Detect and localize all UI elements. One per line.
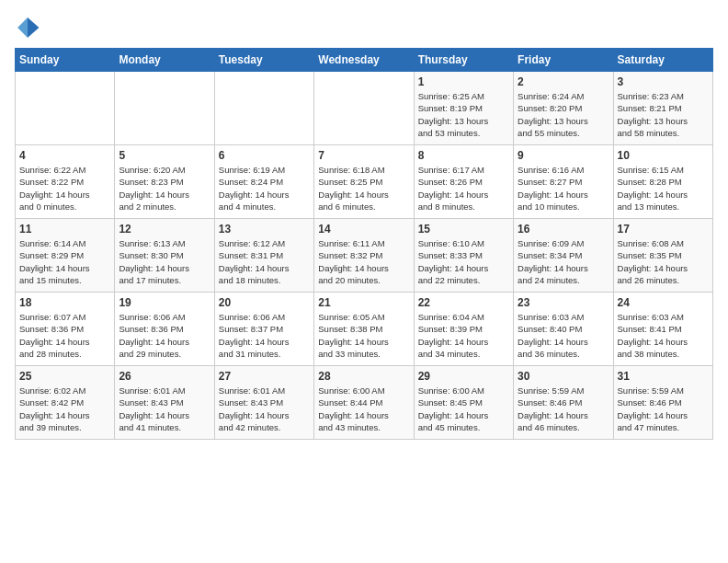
day-number: 6 bbox=[219, 149, 310, 162]
logo-icon bbox=[15, 15, 40, 40]
day-number: 26 bbox=[119, 370, 210, 383]
day-number: 13 bbox=[219, 223, 310, 236]
day-info: Sunrise: 6:12 AM Sunset: 8:31 PM Dayligh… bbox=[219, 237, 310, 286]
day-cell: 26Sunrise: 6:01 AM Sunset: 8:43 PM Dayli… bbox=[115, 366, 214, 440]
day-info: Sunrise: 6:09 AM Sunset: 8:34 PM Dayligh… bbox=[518, 237, 609, 286]
day-number: 29 bbox=[418, 370, 509, 383]
day-number: 9 bbox=[518, 149, 609, 162]
page-header bbox=[15, 15, 713, 40]
day-info: Sunrise: 6:23 AM Sunset: 8:21 PM Dayligh… bbox=[618, 90, 709, 139]
day-info: Sunrise: 5:59 AM Sunset: 8:46 PM Dayligh… bbox=[518, 385, 609, 433]
day-info: Sunrise: 6:06 AM Sunset: 8:36 PM Dayligh… bbox=[119, 311, 210, 360]
day-info: Sunrise: 6:13 AM Sunset: 8:30 PM Dayligh… bbox=[119, 237, 210, 286]
header-row: SundayMondayTuesdayWednesdayThursdayFrid… bbox=[16, 49, 713, 72]
day-cell: 21Sunrise: 6:05 AM Sunset: 8:38 PM Dayli… bbox=[314, 293, 414, 366]
col-header-tuesday: Tuesday bbox=[214, 49, 313, 72]
day-number: 11 bbox=[19, 223, 110, 236]
day-cell: 18Sunrise: 6:07 AM Sunset: 8:36 PM Dayli… bbox=[16, 293, 115, 366]
day-cell bbox=[115, 72, 214, 145]
day-info: Sunrise: 6:04 AM Sunset: 8:39 PM Dayligh… bbox=[418, 311, 509, 360]
day-cell: 7Sunrise: 6:18 AM Sunset: 8:25 PM Daylig… bbox=[314, 145, 414, 219]
day-cell: 12Sunrise: 6:13 AM Sunset: 8:30 PM Dayli… bbox=[115, 219, 214, 293]
day-cell: 19Sunrise: 6:06 AM Sunset: 8:36 PM Dayli… bbox=[115, 293, 214, 366]
day-info: Sunrise: 6:19 AM Sunset: 8:24 PM Dayligh… bbox=[219, 164, 310, 213]
day-number: 24 bbox=[618, 296, 709, 309]
day-cell bbox=[314, 72, 414, 145]
week-row-2: 4Sunrise: 6:22 AM Sunset: 8:22 PM Daylig… bbox=[16, 145, 713, 219]
day-cell: 4Sunrise: 6:22 AM Sunset: 8:22 PM Daylig… bbox=[16, 145, 115, 219]
col-header-saturday: Saturday bbox=[613, 49, 712, 72]
day-cell: 2Sunrise: 6:24 AM Sunset: 8:20 PM Daylig… bbox=[514, 72, 613, 145]
week-row-1: 1Sunrise: 6:25 AM Sunset: 8:19 PM Daylig… bbox=[16, 72, 713, 145]
day-info: Sunrise: 6:22 AM Sunset: 8:22 PM Dayligh… bbox=[19, 164, 110, 213]
day-info: Sunrise: 6:03 AM Sunset: 8:41 PM Dayligh… bbox=[618, 311, 709, 360]
svg-marker-1 bbox=[17, 17, 28, 38]
day-info: Sunrise: 6:14 AM Sunset: 8:29 PM Dayligh… bbox=[19, 237, 110, 286]
day-number: 25 bbox=[19, 370, 110, 383]
day-number: 1 bbox=[418, 75, 509, 88]
day-cell: 25Sunrise: 6:02 AM Sunset: 8:42 PM Dayli… bbox=[16, 366, 115, 440]
day-info: Sunrise: 6:18 AM Sunset: 8:25 PM Dayligh… bbox=[318, 164, 409, 213]
col-header-sunday: Sunday bbox=[16, 49, 115, 72]
day-info: Sunrise: 6:01 AM Sunset: 8:43 PM Dayligh… bbox=[119, 385, 210, 433]
col-header-wednesday: Wednesday bbox=[314, 49, 414, 72]
week-row-5: 25Sunrise: 6:02 AM Sunset: 8:42 PM Dayli… bbox=[16, 366, 713, 440]
day-info: Sunrise: 6:25 AM Sunset: 8:19 PM Dayligh… bbox=[418, 90, 509, 139]
day-cell: 9Sunrise: 6:16 AM Sunset: 8:27 PM Daylig… bbox=[514, 145, 613, 219]
day-number: 30 bbox=[518, 370, 609, 383]
day-cell: 24Sunrise: 6:03 AM Sunset: 8:41 PM Dayli… bbox=[613, 293, 712, 366]
day-cell: 15Sunrise: 6:10 AM Sunset: 8:33 PM Dayli… bbox=[414, 219, 513, 293]
day-number: 20 bbox=[219, 296, 310, 309]
day-cell: 30Sunrise: 5:59 AM Sunset: 8:46 PM Dayli… bbox=[514, 366, 613, 440]
day-cell: 20Sunrise: 6:06 AM Sunset: 8:37 PM Dayli… bbox=[214, 293, 313, 366]
day-info: Sunrise: 6:15 AM Sunset: 8:28 PM Dayligh… bbox=[618, 164, 709, 213]
calendar-table: SundayMondayTuesdayWednesdayThursdayFrid… bbox=[15, 48, 713, 440]
day-number: 19 bbox=[119, 296, 210, 309]
svg-marker-0 bbox=[28, 17, 39, 38]
day-info: Sunrise: 6:24 AM Sunset: 8:20 PM Dayligh… bbox=[518, 90, 609, 139]
day-cell: 8Sunrise: 6:17 AM Sunset: 8:26 PM Daylig… bbox=[414, 145, 513, 219]
day-number: 16 bbox=[518, 223, 609, 236]
col-header-friday: Friday bbox=[514, 49, 613, 72]
day-number: 27 bbox=[219, 370, 310, 383]
day-cell bbox=[16, 72, 115, 145]
day-info: Sunrise: 6:06 AM Sunset: 8:37 PM Dayligh… bbox=[219, 311, 310, 360]
day-info: Sunrise: 6:00 AM Sunset: 8:45 PM Dayligh… bbox=[418, 385, 509, 433]
day-number: 18 bbox=[19, 296, 110, 309]
day-info: Sunrise: 6:03 AM Sunset: 8:40 PM Dayligh… bbox=[518, 311, 609, 360]
day-info: Sunrise: 6:16 AM Sunset: 8:27 PM Dayligh… bbox=[518, 164, 609, 213]
day-number: 5 bbox=[119, 149, 210, 162]
day-cell: 5Sunrise: 6:20 AM Sunset: 8:23 PM Daylig… bbox=[115, 145, 214, 219]
day-cell: 3Sunrise: 6:23 AM Sunset: 8:21 PM Daylig… bbox=[613, 72, 712, 145]
day-info: Sunrise: 5:59 AM Sunset: 8:46 PM Dayligh… bbox=[618, 385, 709, 433]
day-number: 12 bbox=[119, 223, 210, 236]
day-number: 28 bbox=[318, 370, 409, 383]
day-cell: 6Sunrise: 6:19 AM Sunset: 8:24 PM Daylig… bbox=[214, 145, 313, 219]
day-info: Sunrise: 6:10 AM Sunset: 8:33 PM Dayligh… bbox=[418, 237, 509, 286]
day-number: 4 bbox=[19, 149, 110, 162]
day-number: 22 bbox=[418, 296, 509, 309]
week-row-4: 18Sunrise: 6:07 AM Sunset: 8:36 PM Dayli… bbox=[16, 293, 713, 366]
day-number: 3 bbox=[618, 75, 709, 88]
day-cell: 17Sunrise: 6:08 AM Sunset: 8:35 PM Dayli… bbox=[613, 219, 712, 293]
logo bbox=[15, 15, 42, 40]
day-number: 10 bbox=[618, 149, 709, 162]
day-cell: 14Sunrise: 6:11 AM Sunset: 8:32 PM Dayli… bbox=[314, 219, 414, 293]
day-cell bbox=[214, 72, 313, 145]
day-info: Sunrise: 6:00 AM Sunset: 8:44 PM Dayligh… bbox=[318, 385, 409, 433]
day-info: Sunrise: 6:01 AM Sunset: 8:43 PM Dayligh… bbox=[219, 385, 310, 433]
day-info: Sunrise: 6:11 AM Sunset: 8:32 PM Dayligh… bbox=[318, 237, 409, 286]
day-number: 31 bbox=[618, 370, 709, 383]
day-cell: 16Sunrise: 6:09 AM Sunset: 8:34 PM Dayli… bbox=[514, 219, 613, 293]
day-number: 2 bbox=[518, 75, 609, 88]
day-number: 7 bbox=[318, 149, 409, 162]
week-row-3: 11Sunrise: 6:14 AM Sunset: 8:29 PM Dayli… bbox=[16, 219, 713, 293]
day-info: Sunrise: 6:05 AM Sunset: 8:38 PM Dayligh… bbox=[318, 311, 409, 360]
day-cell: 28Sunrise: 6:00 AM Sunset: 8:44 PM Dayli… bbox=[314, 366, 414, 440]
day-cell: 22Sunrise: 6:04 AM Sunset: 8:39 PM Dayli… bbox=[414, 293, 513, 366]
day-cell: 1Sunrise: 6:25 AM Sunset: 8:19 PM Daylig… bbox=[414, 72, 513, 145]
day-cell: 31Sunrise: 5:59 AM Sunset: 8:46 PM Dayli… bbox=[613, 366, 712, 440]
day-cell: 13Sunrise: 6:12 AM Sunset: 8:31 PM Dayli… bbox=[214, 219, 313, 293]
day-cell: 11Sunrise: 6:14 AM Sunset: 8:29 PM Dayli… bbox=[16, 219, 115, 293]
day-number: 14 bbox=[318, 223, 409, 236]
